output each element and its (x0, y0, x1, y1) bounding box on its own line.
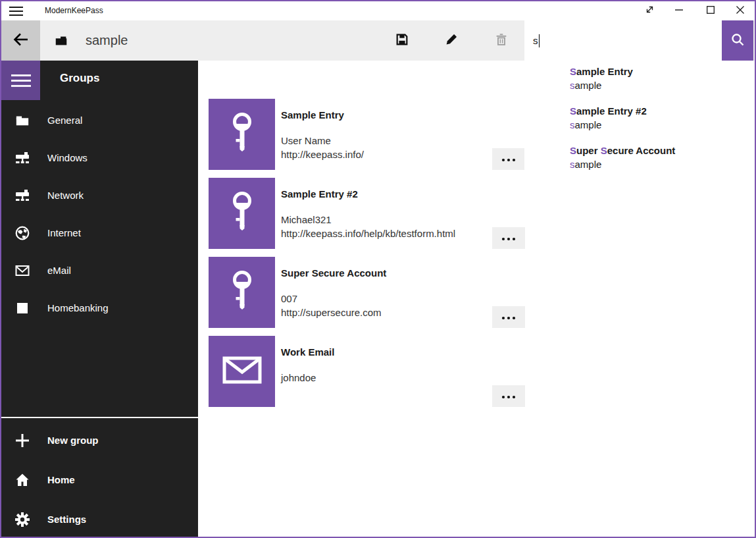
suggestion-subtitle: sample (570, 80, 601, 91)
key-icon (226, 111, 258, 157)
edit-pencil-icon (444, 32, 459, 49)
ellipsis-icon (500, 232, 517, 244)
sidebar-item-internet[interactable]: Internet (1, 214, 198, 252)
search-input[interactable]: s (524, 20, 722, 61)
back-button[interactable] (1, 20, 40, 61)
sidebar-item-label: Internet (47, 214, 81, 252)
more-button[interactable] (492, 148, 525, 170)
key-icon (226, 269, 258, 315)
entry-url: http://supersecure.com (281, 307, 382, 318)
envelope-icon (14, 252, 30, 289)
entry-tile[interactable] (209, 178, 275, 249)
square-icon (14, 289, 30, 327)
entry-username: Michael321 (281, 214, 332, 225)
more-button[interactable] (492, 227, 525, 249)
entry-url: http://keepass.info/help/kb/testform.htm… (281, 228, 455, 239)
globe-icon (14, 214, 30, 252)
entry-tile[interactable] (209, 99, 275, 170)
search-suggestions-dropdown: Sample Entry sample Sample Entry #2 samp… (524, 61, 755, 192)
suggestion-title: Sample Entry #2 (570, 105, 647, 117)
maximize-button[interactable] (695, 1, 726, 20)
minimize-button[interactable] (664, 1, 694, 20)
sidebar-item-label: Settings (47, 500, 86, 538)
titlebar: ModernKeePass (1, 1, 755, 20)
network-icon (14, 176, 30, 214)
save-button[interactable] (386, 20, 418, 61)
key-icon (226, 190, 258, 236)
database-folder-icon (54, 20, 68, 61)
sidebar-item-label: General (47, 101, 82, 139)
database-title: sample (86, 20, 128, 61)
groups-heading: Groups (60, 72, 99, 85)
sidebar-item-label: Windows (47, 139, 88, 176)
entry-username: 007 (281, 293, 297, 304)
plus-icon (14, 421, 30, 459)
fullscreen-icon (645, 5, 655, 17)
search-button[interactable] (722, 20, 753, 61)
entry-title: Work Email (281, 346, 334, 358)
entry-tile[interactable] (209, 257, 275, 328)
sidebar-item-new-group[interactable]: New group (1, 421, 198, 459)
sidebar-item-home[interactable]: Home (1, 461, 198, 498)
sidebar-item-general[interactable]: General (1, 101, 198, 139)
entry-url: http://keepass.info/ (281, 149, 364, 160)
entry-work-email[interactable]: Work Email johndoe (209, 336, 742, 415)
sidebar-item-settings[interactable]: Settings (1, 500, 198, 538)
entry-tile[interactable] (209, 336, 275, 407)
delete-button[interactable] (485, 20, 518, 61)
close-icon (736, 5, 745, 17)
entry-title: Super Secure Account (281, 267, 386, 279)
suggestion-super-secure-account[interactable]: Super Secure Account sample (524, 140, 755, 179)
magnifier-icon (730, 32, 745, 50)
entry-username: User Name (281, 135, 331, 146)
sidebar-item-label: Homebanking (47, 289, 109, 327)
suggestion-sample-entry[interactable]: Sample Entry sample (524, 61, 755, 100)
mail-icon (222, 354, 263, 389)
text-caret (539, 34, 540, 47)
sidebar-item-network[interactable]: Network (1, 176, 198, 214)
close-button[interactable] (725, 1, 755, 20)
sidebar-item-label: Network (47, 176, 84, 214)
sidebar-item-email[interactable]: eMail (1, 252, 198, 289)
suggestion-subtitle: sample (570, 159, 601, 170)
app-window: ModernKeePass (0, 0, 756, 538)
sidebar-item-label: Home (47, 461, 75, 498)
pane-hamburger-button[interactable] (1, 61, 40, 100)
more-button[interactable] (492, 385, 525, 407)
suggestion-title: Super Secure Account (570, 145, 675, 156)
ellipsis-icon (500, 390, 517, 402)
search-query: s (533, 35, 538, 46)
network-icon (14, 139, 30, 176)
sidebar: Groups General Windows Network Internet (1, 61, 198, 537)
suggestion-title: Sample Entry (570, 66, 633, 77)
folder-icon (14, 101, 30, 139)
app-title: ModernKeePass (45, 1, 103, 20)
sidebar-divider (1, 417, 198, 418)
trash-icon (494, 32, 509, 49)
gear-icon (14, 500, 30, 538)
suggestion-subtitle: sample (570, 119, 601, 130)
edit-button[interactable] (435, 20, 468, 61)
sidebar-item-label: New group (47, 421, 99, 459)
home-icon (14, 461, 30, 498)
entry-title: Sample Entry (281, 109, 344, 121)
entry-title: Sample Entry #2 (281, 188, 358, 200)
fullscreen-button[interactable] (634, 1, 665, 20)
titlebar-hamburger-icon[interactable] (9, 1, 25, 20)
sidebar-item-windows[interactable]: Windows (1, 139, 198, 176)
sidebar-item-label: eMail (47, 252, 71, 289)
sidebar-item-homebanking[interactable]: Homebanking (1, 289, 198, 327)
back-arrow-icon (13, 31, 30, 51)
ellipsis-icon (500, 153, 517, 165)
more-button[interactable] (492, 306, 525, 328)
entry-super-secure-account[interactable]: Super Secure Account 007 http://supersec… (209, 257, 742, 336)
suggestion-sample-entry-2[interactable]: Sample Entry #2 sample (524, 100, 755, 140)
maximize-icon (706, 5, 715, 17)
save-icon (395, 32, 409, 49)
minimize-icon (674, 5, 684, 17)
command-bar: sample s (1, 20, 755, 61)
entry-username: johndoe (281, 372, 316, 383)
ellipsis-icon (500, 311, 517, 323)
